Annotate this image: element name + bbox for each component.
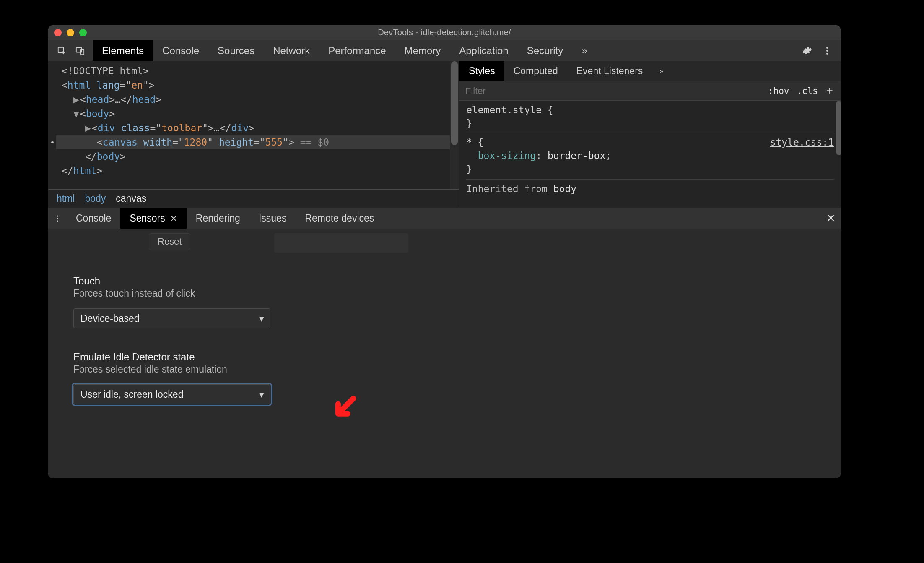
close-icon[interactable]: ✕ xyxy=(170,214,177,224)
touch-desc: Forces touch instead of click xyxy=(73,288,841,299)
dom-pane: <!DOCTYPE html><html lang="en">▶ <head>…… xyxy=(48,61,459,208)
idle-state-value: User idle, screen locked xyxy=(80,389,183,400)
tab-application[interactable]: Application xyxy=(450,40,517,61)
drawer-tab-remote-devices[interactable]: Remote devices xyxy=(296,208,383,229)
annotation-arrow-icon xyxy=(331,394,359,422)
drawer-tabs: Console Sensors ✕ Rendering Issues Remot… xyxy=(48,208,841,229)
idle-title: Emulate Idle Detector state xyxy=(73,351,841,363)
devtools-window: DevTools - idle-detection.glitch.me/ Ele… xyxy=(48,25,841,478)
dom-tree[interactable]: <!DOCTYPE html><html lang="en">▶ <head>…… xyxy=(48,61,459,189)
dom-line[interactable]: ▶ <div class="toolbar">…</div> xyxy=(56,121,459,135)
styles-tabs-overflow[interactable]: » xyxy=(652,61,671,81)
styles-tab-computed[interactable]: Computed xyxy=(504,61,567,81)
reset-button[interactable]: Reset xyxy=(149,233,190,250)
window-minimize-button[interactable] xyxy=(67,29,74,36)
idle-state-select[interactable]: User idle, screen locked ▾ xyxy=(73,384,270,404)
dom-scroll-thumb[interactable] xyxy=(451,61,458,145)
styles-tab-styles[interactable]: Styles xyxy=(459,61,504,81)
style-rule[interactable]: element.style {} xyxy=(466,103,834,130)
tab-sources[interactable]: Sources xyxy=(208,40,264,61)
styles-filter-row: :hov .cls xyxy=(459,81,841,101)
disabled-field xyxy=(274,233,408,253)
more-vert-icon[interactable] xyxy=(817,46,837,56)
styles-body[interactable]: element.style {}* { box-sizing: border-b… xyxy=(459,101,841,208)
main-tabs: Elements Console Sources Network Perform… xyxy=(93,40,597,61)
section-touch: Touch Forces touch instead of click Devi… xyxy=(73,275,841,328)
stylesheet-link[interactable]: style.css:1 xyxy=(770,137,834,148)
elements-split: <!DOCTYPE html><html lang="en">▶ <head>…… xyxy=(48,61,841,208)
dom-line[interactable]: ▶ <head>…</head> xyxy=(56,92,459,107)
dom-line[interactable]: <canvas width="1280" height="555"> == $0 xyxy=(56,135,459,149)
styles-scroll-thumb[interactable] xyxy=(836,101,841,155)
touch-title: Touch xyxy=(73,275,841,287)
dom-line[interactable]: </html> xyxy=(56,164,459,178)
inspect-element-icon[interactable] xyxy=(52,40,71,61)
expand-caret-icon[interactable]: ▶ xyxy=(73,92,80,107)
svg-point-4 xyxy=(826,50,828,52)
styles-filter-input[interactable] xyxy=(459,81,768,100)
svg-point-5 xyxy=(826,53,828,55)
drawer-menu-icon[interactable] xyxy=(48,208,67,229)
inherited-from-label: Inherited from body xyxy=(466,179,834,195)
tab-elements[interactable]: Elements xyxy=(93,40,153,61)
svg-point-3 xyxy=(826,47,828,49)
drawer-tab-rendering[interactable]: Rendering xyxy=(187,208,249,229)
dom-line[interactable]: <html lang="en"> xyxy=(56,78,459,92)
tab-performance[interactable]: Performance xyxy=(319,40,395,61)
window-title: DevTools - idle-detection.glitch.me/ xyxy=(48,28,841,37)
devtools-toolbar: Elements Console Sources Network Perform… xyxy=(48,40,841,61)
cls-toggle[interactable]: .cls xyxy=(797,86,818,96)
drawer: Console Sensors ✕ Rendering Issues Remot… xyxy=(48,208,841,478)
styles-tab-event-listeners[interactable]: Event Listeners xyxy=(567,61,652,81)
style-rule[interactable]: * { box-sizing: border-box;}style.css:1 xyxy=(466,133,834,176)
breadcrumb-item[interactable]: canvas xyxy=(116,193,146,204)
breadcrumb: htmlbodycanvas xyxy=(48,189,459,208)
svg-point-8 xyxy=(57,215,58,216)
dom-scrollbar[interactable] xyxy=(450,61,459,189)
idle-desc: Forces selected idle state emulation xyxy=(73,364,841,375)
drawer-tab-sensors-label: Sensors xyxy=(130,213,165,224)
touch-select[interactable]: Device-based ▾ xyxy=(73,308,270,328)
dom-line[interactable]: <!DOCTYPE html> xyxy=(56,64,459,78)
device-toolbar-icon[interactable] xyxy=(71,40,89,61)
tab-console[interactable]: Console xyxy=(153,40,208,61)
chevron-down-icon: ▾ xyxy=(259,389,264,400)
svg-point-10 xyxy=(57,220,58,222)
styles-scrollbar[interactable] xyxy=(836,101,841,208)
styles-pane: Styles Computed Event Listeners » :hov .… xyxy=(459,61,841,208)
dom-line[interactable]: ▼ <body> xyxy=(56,107,459,121)
tab-network[interactable]: Network xyxy=(264,40,319,61)
drawer-tab-issues[interactable]: Issues xyxy=(249,208,296,229)
hov-toggle[interactable]: :hov xyxy=(768,86,789,96)
touch-select-value: Device-based xyxy=(80,313,140,324)
svg-point-9 xyxy=(57,218,58,219)
breadcrumb-item[interactable]: html xyxy=(57,193,75,204)
section-idle-detector: Emulate Idle Detector state Forces selec… xyxy=(73,351,841,404)
tab-memory[interactable]: Memory xyxy=(395,40,450,61)
window-zoom-button[interactable] xyxy=(79,29,87,36)
chevron-down-icon: ▾ xyxy=(259,313,264,324)
settings-gear-icon[interactable] xyxy=(797,46,817,56)
expand-caret-icon[interactable]: ▼ xyxy=(73,107,80,121)
tabs-overflow-button[interactable]: » xyxy=(572,40,596,61)
drawer-close-icon[interactable]: ✕ xyxy=(826,208,836,229)
window-titlebar: DevTools - idle-detection.glitch.me/ xyxy=(48,25,841,40)
breadcrumb-item[interactable]: body xyxy=(85,193,106,204)
tab-security[interactable]: Security xyxy=(518,40,573,61)
dom-line[interactable]: </body> xyxy=(56,149,459,164)
new-style-rule-icon[interactable] xyxy=(825,86,835,96)
drawer-tab-sensors[interactable]: Sensors ✕ xyxy=(120,208,186,229)
window-traffic-lights xyxy=(54,29,87,36)
expand-caret-icon[interactable]: ▶ xyxy=(85,121,92,135)
drawer-body: Reset Touch Forces touch instead of clic… xyxy=(48,229,841,478)
styles-tabs: Styles Computed Event Listeners » xyxy=(459,61,841,81)
window-close-button[interactable] xyxy=(54,29,62,36)
drawer-tab-console[interactable]: Console xyxy=(67,208,120,229)
